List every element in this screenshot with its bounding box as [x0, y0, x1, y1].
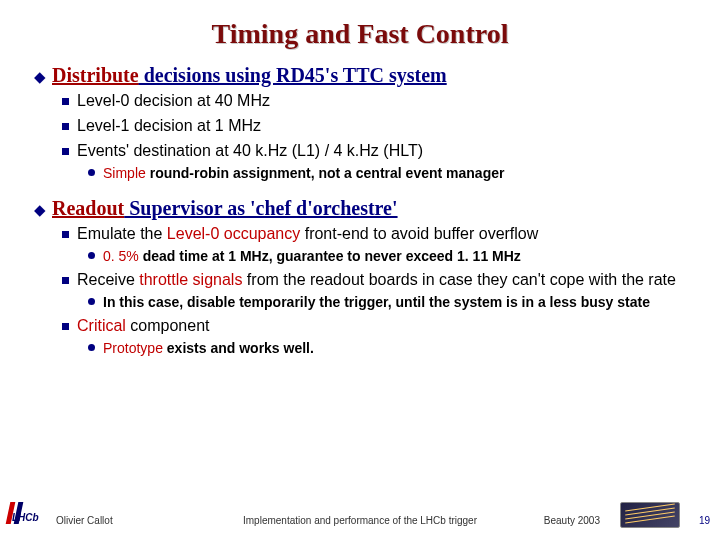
l3-bold: round-robin assignment, not a central ev… — [150, 165, 505, 181]
page-number: 19 — [699, 515, 710, 526]
square-icon — [62, 148, 69, 155]
l3-red: Simple — [103, 165, 150, 181]
l2-red: Level-0 occupancy — [167, 225, 300, 242]
circle-icon — [88, 169, 95, 176]
diamond-icon: ◆ — [34, 201, 46, 219]
bullet-l3: Prototype exists and works well. — [88, 339, 692, 357]
bullet-l1-distribute: ◆ Distribute decisions using RD45's TTC … — [34, 64, 692, 87]
slide: Timing and Fast Control ◆ Distribute dec… — [0, 0, 720, 540]
l1-rest: decisions using RD45's TTC system — [139, 64, 447, 86]
slide-title: Timing and Fast Control — [28, 18, 692, 50]
circle-icon — [88, 344, 95, 351]
square-icon — [62, 98, 69, 105]
l3-bold: In this case, disable temporarily the tr… — [103, 294, 650, 310]
square-icon — [62, 277, 69, 284]
bullet-l3: 0. 5% dead time at 1 MHz, guarantee to n… — [88, 247, 692, 265]
bullet-l2: Level-1 decision at 1 MHz — [62, 116, 692, 137]
l3-bold: dead time at 1 MHz, guarantee to never e… — [143, 248, 521, 264]
l2-red: throttle signals — [139, 271, 247, 288]
lal-logo-icon — [620, 502, 680, 528]
spacer — [28, 183, 692, 195]
bullet-l2: Events' destination at 40 k.Hz (L1) / 4 … — [62, 141, 692, 162]
l1-accent: Readout — [52, 197, 124, 219]
bullet-l1-readout: ◆ Readout Supervisor as 'chef d'orchestr… — [34, 197, 692, 220]
l3-red: Prototype — [103, 340, 167, 356]
l2-text: Emulate the Level-0 occupancy front-end … — [77, 224, 538, 245]
l2-text: Level-0 decision at 40 MHz — [77, 91, 270, 112]
diamond-icon: ◆ — [34, 68, 46, 86]
bullet-l2: Level-0 decision at 40 MHz — [62, 91, 692, 112]
l2-text: Events' destination at 40 k.Hz (L1) / 4 … — [77, 141, 423, 162]
square-icon — [62, 231, 69, 238]
footer-title: Implementation and performance of the LH… — [0, 515, 720, 526]
l2-text: Level-1 decision at 1 MHz — [77, 116, 261, 137]
l3-text: Simple round-robin assignment, not a cen… — [103, 164, 504, 182]
l2-part: from the readout boards in case they can… — [247, 271, 676, 288]
l3-text: In this case, disable temporarily the tr… — [103, 293, 650, 311]
circle-icon — [88, 252, 95, 259]
square-icon — [62, 323, 69, 330]
l1-accent: Distribute — [52, 64, 139, 86]
bullet-l3: In this case, disable temporarily the tr… — [88, 293, 692, 311]
bullet-l2: Critical component — [62, 316, 692, 337]
bullet-l3: Simple round-robin assignment, not a cen… — [88, 164, 692, 182]
circle-icon — [88, 298, 95, 305]
l1-text: Distribute decisions using RD45's TTC sy… — [52, 64, 447, 87]
l2-text: Critical component — [77, 316, 210, 337]
l1-text: Readout Supervisor as 'chef d'orchestre' — [52, 197, 398, 220]
l2-red: Critical — [77, 317, 126, 334]
l2-part: Receive — [77, 271, 139, 288]
l2-part: component — [126, 317, 210, 334]
bullet-l2: Emulate the Level-0 occupancy front-end … — [62, 224, 692, 245]
square-icon — [62, 123, 69, 130]
l1-rest: Supervisor as 'chef d'orchestre' — [124, 197, 397, 219]
l2-part: Emulate the — [77, 225, 167, 242]
l2-text: Receive throttle signals from the readou… — [77, 270, 676, 291]
l2-part: front-end to avoid buffer overflow — [300, 225, 538, 242]
footer: LHCb Olivier Callot Implementation and p… — [0, 502, 720, 532]
footer-conference: Beauty 2003 — [544, 515, 600, 526]
l3-red: 0. 5% — [103, 248, 143, 264]
l3-text: 0. 5% dead time at 1 MHz, guarantee to n… — [103, 247, 521, 265]
bullet-l2: Receive throttle signals from the readou… — [62, 270, 692, 291]
l3-bold: exists and works well. — [167, 340, 314, 356]
l3-text: Prototype exists and works well. — [103, 339, 314, 357]
